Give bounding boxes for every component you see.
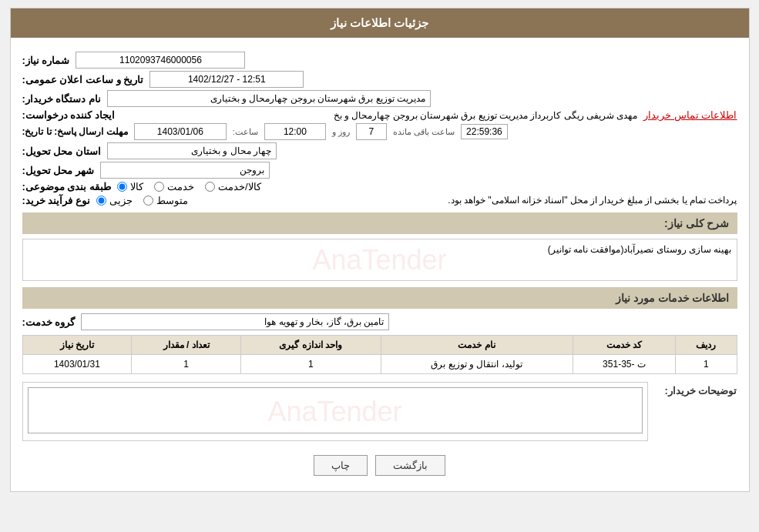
- group-label: گروه خدمت:: [22, 316, 76, 328]
- ijad-value: مهدی شریفی ریگی کاربرداز مدیریت توزیع بر…: [121, 110, 637, 121]
- cell-name: تولید، انتقال و توزیع برق: [381, 355, 573, 374]
- noe-text: پرداخت تمام یا بخشی از مبلغ خریدار از مح…: [202, 195, 737, 206]
- noe-label: نوع فرآیند خرید:: [22, 195, 91, 206]
- tarikh-label: تاریخ و ساعت اعلان عمومی:: [22, 74, 144, 85]
- radio-kala-khadamat-input[interactable]: [205, 182, 215, 192]
- ijad-label: ایجاد کننده درخواست:: [22, 109, 116, 121]
- cell-date: 1403/01/31: [22, 355, 132, 374]
- rooz-value: 7: [356, 123, 387, 140]
- radio-motevaset-input[interactable]: [143, 196, 153, 206]
- mohlat-label: مهلت ارسال پاسخ: تا تاریخ:: [22, 126, 128, 137]
- nam-dasgah-label: نام دستگاه خریدار:: [22, 93, 102, 105]
- col-count: تعداد / مقدار: [132, 336, 241, 355]
- back-button[interactable]: بازگشت: [375, 455, 445, 476]
- service-table: ردیف کد خدمت نام خدمت واحد اندازه گیری ت…: [22, 335, 737, 374]
- service-section-header: اطلاعات خدمات مورد نیاز: [22, 287, 737, 309]
- timer-value: 22:59:36: [461, 124, 508, 139]
- radio-khadamat-label: خدمت: [167, 181, 194, 192]
- radio-jozi-input[interactable]: [96, 196, 106, 206]
- radio-motevaset-label: متوسط: [156, 195, 188, 206]
- buttons-row: بازگشت چاپ: [22, 455, 737, 476]
- tarikh-value: 1402/12/27 - 12:51: [149, 71, 304, 88]
- cell-unit: 1: [241, 355, 381, 374]
- radio-kala-label: کالا: [130, 181, 143, 192]
- sharh-section-header: شرح کلی نیاز:: [22, 212, 737, 234]
- time-value: 12:00: [264, 123, 326, 140]
- radio-kala-khadamat-label: کالا/خدمت: [218, 181, 261, 192]
- page-title: جزئیات اطلاعات نیاز: [11, 8, 749, 38]
- radio-motevaset[interactable]: متوسط: [143, 195, 188, 206]
- tawsif-label: توضیحات خریدار:: [653, 382, 737, 396]
- date-value: 1403/01/06: [134, 123, 227, 140]
- group-value: تامین برق، گاز، بخار و تهویه هوا: [81, 313, 389, 330]
- ostan-label: استان محل تحویل:: [22, 146, 102, 157]
- baqi-label: ساعت باقی مانده: [393, 127, 455, 137]
- rooz-label: روز و: [332, 127, 350, 137]
- shahr-label: شهر محل تحویل:: [22, 165, 95, 176]
- tawsif-section: توضیحات خریدار: AnaTender: [22, 382, 737, 444]
- shomara-value: 1102093746000056: [76, 52, 245, 69]
- ostan-value: چهار محال و بختیاری: [107, 142, 277, 159]
- tabaqe-radio-group: کالا/خدمت خدمت کالا: [117, 181, 261, 192]
- noe-radio-group: متوسط جزیی: [96, 195, 188, 206]
- col-name: نام خدمت: [381, 336, 573, 355]
- table-row: 1ت -35-351تولید، انتقال و توزیع برق11140…: [22, 355, 737, 374]
- radio-kala-input[interactable]: [117, 182, 127, 192]
- col-radif: ردیف: [676, 336, 737, 355]
- cell-count: 1: [132, 355, 241, 374]
- col-code: کد خدمت: [573, 336, 676, 355]
- radio-jozi[interactable]: جزیی: [96, 195, 133, 206]
- cell-radif: 1: [676, 355, 737, 374]
- radio-kala[interactable]: کالا: [117, 181, 143, 192]
- tawsif-textarea[interactable]: [28, 387, 643, 433]
- radio-jozi-label: جزیی: [109, 195, 133, 206]
- col-unit: واحد اندازه گیری: [241, 336, 381, 355]
- radio-khadamat-input[interactable]: [154, 182, 164, 192]
- page-container: جزئیات اطلاعات نیاز 1102093746000056 شما…: [10, 8, 750, 492]
- tabaqe-label: طبقه بندی موضوعی:: [22, 181, 112, 192]
- shomara-label: شماره نیاز:: [22, 55, 70, 66]
- cell-code: ت -35-351: [573, 355, 676, 374]
- shahr-value: بروجن: [100, 162, 270, 179]
- col-date: تاریخ نیاز: [22, 336, 132, 355]
- nam-dasgah-value: مدیریت توزیع برق شهرستان بروجن چهارمحال …: [107, 90, 431, 107]
- radio-kala-khadamat[interactable]: کالا/خدمت: [205, 181, 261, 192]
- time-label: ساعت:: [233, 127, 258, 137]
- sharh-value: بهینه سازی روستای نصیرآباد(موافقت نامه ت…: [28, 244, 732, 255]
- tawsif-area: AnaTender: [22, 382, 648, 444]
- ijad-link[interactable]: اطلاعات تماس خریدار: [643, 109, 737, 121]
- print-button[interactable]: چاپ: [314, 455, 368, 476]
- radio-khadamat[interactable]: خدمت: [154, 181, 194, 192]
- sharh-area: AnaTender بهینه سازی روستای نصیرآباد(موا…: [22, 239, 737, 281]
